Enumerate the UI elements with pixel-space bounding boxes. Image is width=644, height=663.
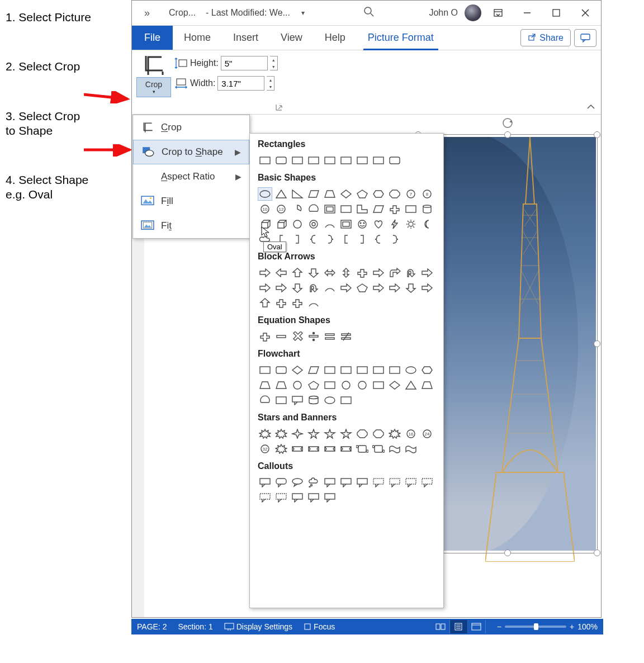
shape-banner[interactable] (306, 442, 321, 456)
shape-arrow-r[interactable] (387, 281, 402, 295)
shape-star4[interactable] (290, 427, 305, 441)
shape-pent[interactable] (306, 378, 321, 392)
tab-home[interactable]: Home (173, 26, 222, 50)
search-icon[interactable] (363, 6, 375, 20)
shape-rect[interactable] (258, 363, 272, 377)
crop-icon[interactable] (140, 54, 167, 77)
view-read-mode[interactable] (432, 620, 450, 633)
shape-pent[interactable] (355, 281, 370, 295)
shape-arrow-d[interactable] (306, 266, 321, 280)
shape-trap[interactable] (258, 378, 272, 392)
shape-oval[interactable] (258, 187, 272, 201)
shape-frame[interactable] (339, 217, 353, 231)
shape-arrow-ud[interactable] (339, 266, 353, 280)
shape-burst[interactable] (274, 427, 288, 441)
shape-chord[interactable] (306, 202, 321, 216)
shape-para[interactable] (306, 187, 321, 201)
status-section[interactable]: Section: 1 (178, 622, 212, 631)
menu-fill[interactable]: Fill (133, 189, 249, 214)
shape-trap[interactable] (323, 187, 337, 201)
shape-trap[interactable] (274, 378, 288, 392)
shape-callout-dash[interactable] (420, 476, 434, 489)
resize-handle-ne[interactable] (594, 131, 600, 138)
crop-dropdown-button[interactable]: Crop ▾ (136, 77, 171, 97)
shape-triangle[interactable] (404, 378, 418, 392)
minimize-button[interactable] (515, 1, 539, 25)
shape-rect[interactable] (258, 154, 272, 167)
shape-cube[interactable] (274, 217, 288, 231)
share-button[interactable]: Share (520, 29, 571, 46)
shape-rect[interactable] (371, 154, 386, 167)
shape-callout-dash[interactable] (387, 476, 402, 489)
shape-lightning[interactable] (387, 217, 402, 231)
shape-plus[interactable] (290, 296, 305, 310)
shape-sun[interactable] (404, 217, 418, 231)
tab-view[interactable]: View (269, 26, 314, 50)
shape-lshape[interactable] (355, 202, 370, 216)
status-focus[interactable]: Focus (304, 622, 335, 631)
shape-wave[interactable] (404, 442, 418, 456)
shape-frame[interactable] (323, 202, 337, 216)
shape-para[interactable] (371, 202, 386, 216)
resize-handle-n[interactable] (504, 131, 511, 138)
shape-star5[interactable] (339, 427, 353, 441)
shape-circle[interactable] (355, 378, 370, 392)
shape-rect[interactable] (371, 363, 386, 377)
menu-aspect-ratio[interactable]: Aspect Ratio ▶ (133, 164, 249, 189)
shape-arrow-u[interactable] (290, 266, 305, 280)
ribbon-mode-button[interactable] (486, 1, 510, 25)
shape-callout[interactable] (339, 476, 353, 489)
menu-crop-to-shape[interactable]: Crop to Shape ▶ (133, 140, 249, 164)
collapse-ribbon-icon[interactable] (586, 103, 595, 112)
shape-roundrect[interactable] (387, 154, 402, 167)
shape-brace-l[interactable] (371, 233, 386, 246)
height-input[interactable] (221, 56, 268, 70)
shape-plus[interactable] (387, 202, 402, 216)
shape-banner[interactable] (290, 442, 305, 456)
shape-equals[interactable] (323, 330, 337, 343)
shape-burst[interactable] (387, 427, 402, 441)
zoom-out-button[interactable]: − (497, 622, 501, 631)
shape-callout[interactable] (258, 476, 272, 489)
shape-rect[interactable] (323, 154, 337, 167)
shape-callout-o[interactable] (290, 476, 305, 489)
shape-oct[interactable] (371, 427, 386, 441)
shape-bracket-l[interactable] (339, 233, 353, 246)
shape-triangle[interactable] (274, 187, 288, 201)
shape-oct[interactable] (387, 187, 402, 201)
shape-oct[interactable] (355, 427, 370, 441)
view-web-layout[interactable] (468, 620, 486, 633)
document-title[interactable]: Crop... (165, 8, 199, 18)
shape-callout-r[interactable] (274, 476, 288, 489)
shape-para[interactable] (306, 363, 321, 377)
shape-pent[interactable] (355, 187, 370, 201)
width-input[interactable] (217, 76, 264, 91)
menu-crop[interactable]: Crop (133, 115, 249, 140)
shape-bracket-r[interactable] (355, 233, 370, 246)
zoom-level[interactable]: 100% (577, 622, 598, 631)
shape-arrow-d[interactable] (290, 281, 305, 295)
shape-rect[interactable] (339, 154, 353, 167)
shape-brace-r[interactable] (387, 233, 402, 246)
shape-smiley[interactable] (355, 217, 370, 231)
comments-button[interactable] (574, 29, 596, 47)
view-print-layout[interactable] (450, 620, 468, 633)
shape-rtri[interactable] (290, 187, 305, 201)
shape-rect[interactable] (355, 363, 370, 377)
user-name[interactable]: John O (429, 8, 460, 18)
shape-[object Object][interactable]: 7 (404, 187, 418, 201)
shape-burst[interactable] (274, 442, 288, 456)
shape-brace-l[interactable] (306, 233, 321, 246)
shape-arrow-r[interactable] (339, 281, 353, 295)
tab-file[interactable]: File (132, 26, 173, 50)
shape-arc[interactable] (323, 217, 337, 231)
shape-rect[interactable] (323, 378, 337, 392)
shape-banner[interactable] (339, 442, 353, 456)
shape-wave[interactable] (387, 442, 402, 456)
shape-callout-dash[interactable] (404, 476, 418, 489)
shape-star5[interactable] (323, 427, 337, 441)
shape-callout[interactable] (323, 476, 337, 489)
shape-callout[interactable] (323, 491, 337, 504)
shape-hex[interactable] (420, 363, 434, 377)
shape-bracket-r[interactable] (290, 233, 305, 246)
